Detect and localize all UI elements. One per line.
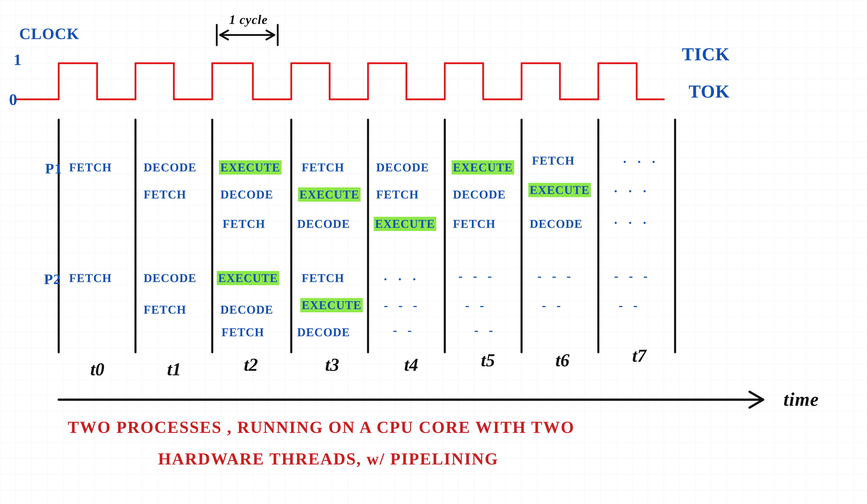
p2-r2-t1: FETCH	[142, 303, 188, 317]
p2-r3-t5-dots: - -	[474, 323, 496, 337]
p2-r3-t2: FETCH	[220, 325, 266, 340]
p1-r3-t2: FETCH	[221, 217, 267, 231]
p1-r2-t3: EXECUTE	[298, 187, 361, 202]
p2-r1-t3: FETCH	[300, 271, 346, 285]
p1-r2-t1: FETCH	[142, 187, 188, 202]
p2-r1-t5-dots: - - -	[458, 269, 495, 283]
p2-r3-t3: DECODE	[296, 325, 351, 340]
p1-r2-t7-dots: . . .	[614, 181, 650, 195]
p1-r1-t0: FETCH	[68, 160, 113, 174]
p1-r3-t4: EXECUTE	[374, 217, 436, 231]
time-axis-label: time	[783, 388, 819, 410]
p1-r2-t5: DECODE	[451, 187, 507, 202]
p1-r1-t1: DECODE	[142, 160, 198, 174]
t6-label: t6	[555, 350, 569, 371]
p2-r2-t4-dots: - - -	[384, 298, 421, 312]
p2-r1-t1: DECODE	[142, 271, 198, 285]
p2-label: P2	[44, 271, 61, 288]
p1-r1-t5: EXECUTE	[451, 160, 514, 174]
t7-label: t7	[632, 345, 646, 366]
t3-label: t3	[325, 354, 339, 375]
one-cycle-label: 1 cycle	[229, 12, 268, 27]
p2-r2-t3: EXECUTE	[300, 298, 363, 312]
t2-label: t2	[244, 354, 258, 375]
p2-r2-t7-dots: - -	[619, 298, 641, 312]
p1-r1-t7-dots: . . .	[623, 151, 659, 166]
p1-label: P1	[45, 160, 62, 177]
t0-label: t0	[90, 359, 104, 379]
caption-line1: TWO PROCESSES , RUNNING ON A CPU CORE WI…	[68, 418, 575, 437]
p2-r1-t7-dots: - - -	[614, 269, 651, 283]
p2-r1-t4-dots: . . .	[384, 269, 420, 283]
p1-r1-t2: EXECUTE	[219, 160, 281, 174]
t5-label: t5	[481, 350, 495, 371]
tok-label: TOK	[689, 81, 730, 102]
p1-r2-t2: DECODE	[219, 187, 275, 202]
p1-r3-t5: FETCH	[451, 217, 497, 231]
t1-label: t1	[167, 359, 181, 379]
p2-r1-t6-dots: - - -	[537, 269, 575, 283]
p1-r3-t7-dots: . . .	[614, 212, 650, 227]
p2-r2-t6-dots: - -	[542, 298, 564, 312]
t4-label: t4	[404, 354, 418, 375]
p2-r1-t0: FETCH	[68, 271, 113, 285]
caption-line2: HARDWARE THREADS, w/ PIPELINING	[158, 449, 499, 469]
clock-axis-1: 1	[13, 51, 22, 69]
tick-label: TICK	[682, 44, 730, 65]
clock-axis-0: 0	[9, 90, 18, 109]
clock-label: CLOCK	[19, 25, 79, 43]
p1-r3-t6: DECODE	[528, 217, 584, 231]
p1-r3-t3: DECODE	[296, 217, 351, 231]
p2-r2-t2: DECODE	[219, 303, 275, 317]
p1-r2-t4: FETCH	[375, 187, 420, 202]
p1-r1-t3: FETCH	[300, 160, 346, 174]
p2-r1-t2: EXECUTE	[217, 271, 279, 285]
p1-r1-t4: DECODE	[375, 160, 430, 174]
p2-r2-t5-dots: - -	[465, 298, 488, 312]
p2-r3-t4-dots: - -	[393, 323, 415, 337]
p1-r2-t6: EXECUTE	[528, 183, 591, 197]
p1-r1-t6: FETCH	[531, 153, 576, 168]
